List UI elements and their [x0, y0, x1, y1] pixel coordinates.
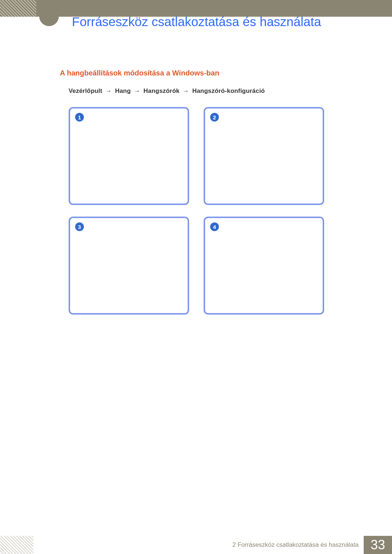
chapter-circle-icon — [39, 7, 59, 26]
step-box-4: 4 — [204, 217, 324, 315]
step-badge: 1 — [75, 113, 84, 122]
breadcrumb-part: Hangszóró-konfiguráció — [192, 87, 265, 94]
step-badge: 4 — [210, 222, 219, 231]
chapter-title: Forráseszköz csatlakoztatása és használa… — [72, 15, 321, 29]
header-hatch — [0, 0, 36, 17]
step-box-2: 2 — [204, 107, 324, 205]
step-box-3: 3 — [69, 217, 189, 315]
section-heading: A hangbeállítások módosítása a Windows-b… — [60, 69, 356, 77]
page-number: 33 — [364, 536, 392, 554]
step-box-1: 1 — [69, 107, 189, 205]
breadcrumb-part: Hangszórók — [143, 87, 179, 94]
breadcrumb-part: Hang — [115, 87, 131, 94]
footer-label: 2 Forráseszköz csatlakoztatása és haszná… — [232, 536, 364, 554]
step-badge: 2 — [210, 113, 219, 122]
arrow-right-icon: → — [183, 87, 189, 95]
content-area: A hangbeállítások módosítása a Windows-b… — [60, 69, 356, 315]
steps-grid: 1 2 3 4 — [69, 107, 356, 315]
breadcrumb: Vezérlőpult → Hang → Hangszórók → Hangsz… — [69, 87, 356, 95]
footer-hatch — [0, 536, 33, 554]
page-footer: 2 Forráseszköz csatlakoztatása és haszná… — [0, 536, 392, 554]
breadcrumb-part: Vezérlőpult — [69, 87, 102, 94]
arrow-right-icon: → — [106, 87, 112, 95]
step-badge: 3 — [75, 222, 84, 231]
arrow-right-icon: → — [134, 87, 140, 95]
